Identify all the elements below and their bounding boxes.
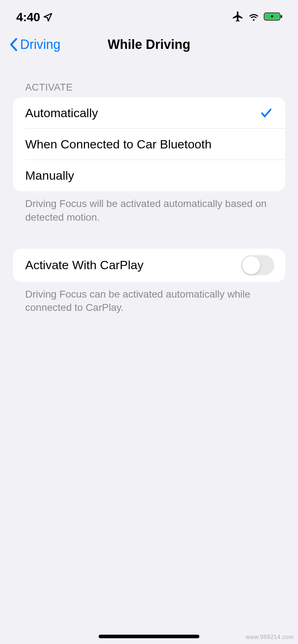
page-title: While Driving [108, 37, 190, 52]
home-indicator[interactable] [99, 635, 199, 638]
status-bar: 4:40 [0, 0, 298, 29]
battery-charging-icon [263, 12, 284, 23]
activate-options-list: Automatically When Connected to Car Blue… [13, 97, 285, 191]
status-time: 4:40 [16, 10, 40, 24]
carplay-label: Activate With CarPlay [25, 258, 144, 272]
option-label: Automatically [25, 106, 98, 120]
navigation-bar: Driving While Driving [0, 29, 298, 60]
carplay-toggle-row: Activate With CarPlay [13, 249, 285, 282]
wifi-icon [248, 12, 260, 23]
status-left: 4:40 [16, 10, 53, 24]
back-button[interactable]: Driving [9, 37, 60, 52]
checkmark-icon [260, 107, 273, 120]
back-label: Driving [20, 37, 60, 52]
option-label: Manually [25, 169, 74, 183]
location-arrow-icon [43, 12, 53, 22]
carplay-section-footer: Driving Focus can be activated automatic… [0, 282, 298, 315]
watermark: www.989214.com [246, 634, 294, 640]
option-automatically[interactable]: Automatically [13, 97, 285, 129]
status-right [232, 10, 284, 24]
activate-section-footer: Driving Focus will be activated automati… [0, 191, 298, 224]
chevron-left-icon [9, 37, 19, 52]
option-bluetooth[interactable]: When Connected to Car Bluetooth [13, 129, 285, 160]
option-label: When Connected to Car Bluetooth [25, 137, 212, 151]
svg-rect-1 [281, 15, 282, 18]
option-manually[interactable]: Manually [13, 160, 285, 191]
carplay-group: Activate With CarPlay [13, 249, 285, 282]
carplay-toggle[interactable] [241, 255, 274, 275]
activate-section-header: ACTIVATE [0, 60, 298, 97]
toggle-knob [242, 256, 260, 274]
airplane-mode-icon [232, 10, 244, 24]
